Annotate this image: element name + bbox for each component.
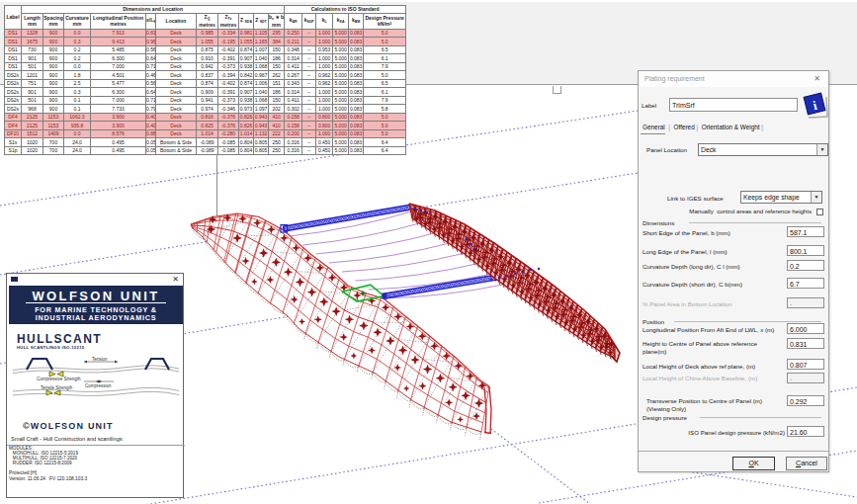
- svg-text:Compressive Strength: Compressive Strength: [37, 377, 81, 381]
- svg-text:Compression: Compression: [85, 383, 112, 388]
- svg-text:Tensile Strength: Tensile Strength: [41, 385, 73, 390]
- svg-text:Tension: Tension: [92, 357, 108, 362]
